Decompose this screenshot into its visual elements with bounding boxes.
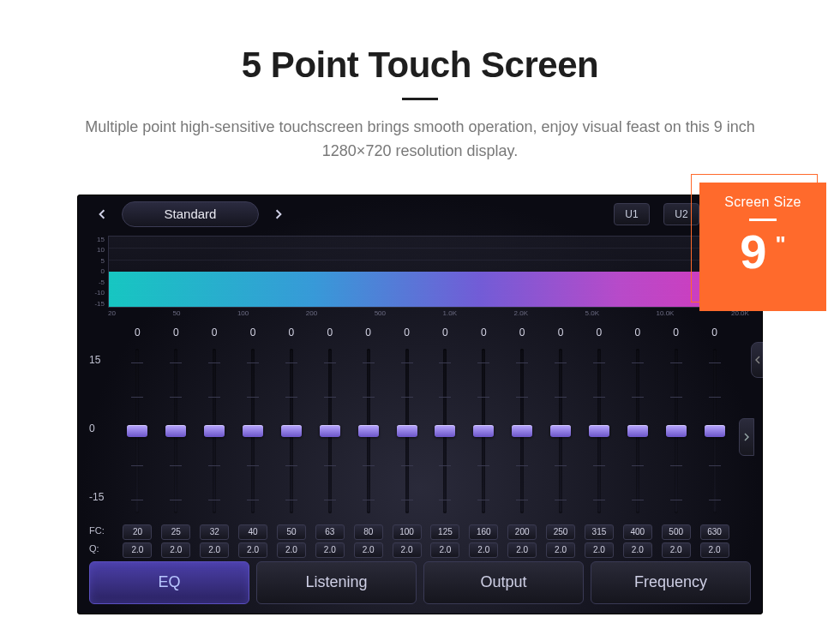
eq-band-fc[interactable]: 200 [507,524,537,540]
eq-band-q[interactable]: 2.0 [430,542,459,558]
eq-slider-track[interactable] [503,345,542,517]
preset-name[interactable]: Standard [122,201,259,227]
eq-band-q[interactable]: 2.0 [238,542,267,558]
eq-slider-track[interactable] [349,345,387,517]
eq-slider-track[interactable] [234,345,273,517]
eq-band-q[interactable]: 2.0 [623,542,652,558]
preset-next-button[interactable] [267,203,290,225]
eq-slider-track[interactable] [465,345,503,517]
eq-slider-thumb[interactable] [204,425,225,437]
eq-band-fc[interactable]: 80 [354,524,383,540]
eq-slider-thumb[interactable] [165,425,186,437]
eq-band-value: 0 [711,326,717,342]
eq-band-fc[interactable]: 32 [200,524,229,540]
eq-slider-track[interactable] [118,345,157,517]
eq-band-fc[interactable]: 100 [393,524,422,540]
eq-slider-track[interactable] [695,345,734,517]
tab-output[interactable]: Output [423,561,584,604]
eq-band-fc[interactable]: 630 [700,524,729,540]
eq-slider-track[interactable] [273,345,311,517]
eq-band-fc[interactable]: 25 [161,524,190,540]
eq-band-fc[interactable]: 500 [662,524,691,540]
eq-slider-track[interactable] [580,345,619,517]
eq-slider-thumb[interactable] [589,425,609,437]
spectrum-x-axis: 20501002005001.0K2.0K5.0K10.0K20.0K [108,309,749,320]
eq-band-q[interactable]: 2.0 [469,542,498,558]
eq-slider-track[interactable] [195,345,234,517]
eq-slider-thumb[interactable] [358,425,379,437]
eq-slider-thumb[interactable] [397,425,417,437]
eq-band-fc[interactable]: 40 [238,524,267,540]
user-preset-1-button[interactable]: U1 [614,203,650,225]
spectrum-plot [108,236,749,308]
eq-slider-thumb[interactable] [243,425,263,437]
spectrum-x-tick: 50 [172,309,180,320]
eq-band-q[interactable]: 2.0 [354,542,383,558]
eq-band-q[interactable]: 2.0 [123,542,152,558]
eq-band: 01602.0 [465,326,503,558]
eq-slider-track[interactable] [310,345,349,517]
eq-slider-thumb[interactable] [705,425,725,437]
spectrum-x-tick: 1.0K [443,309,457,320]
eq-band-q[interactable]: 2.0 [585,542,614,558]
equalizer-panel: 15 0 -15 FC: Q: 0202.00252.00322.00402.0… [86,326,754,558]
eq-band-fc[interactable]: 160 [469,524,498,540]
eq-slider-thumb[interactable] [512,425,532,437]
eq-scale-max: 15 [89,354,100,366]
eq-slider-thumb[interactable] [320,425,340,437]
eq-slider-thumb[interactable] [435,425,455,437]
eq-band: 0322.0 [195,326,234,558]
eq-band-q[interactable]: 2.0 [662,542,691,558]
eq-band-q[interactable]: 2.0 [161,542,190,558]
eq-band-fc[interactable]: 400 [623,524,652,540]
device-screen: Standard U1 U2 U3 151050-5-10-15 2050100… [77,195,763,614]
eq-band-value: 0 [327,326,333,342]
eq-slider-track[interactable] [157,345,195,517]
tab-eq[interactable]: EQ [89,561,249,604]
eq-slider-track[interactable] [657,345,695,517]
eq-band-fc[interactable]: 50 [277,524,306,540]
eq-band-q[interactable]: 2.0 [546,542,575,558]
title-divider [402,98,438,100]
eq-band: 02002.0 [503,326,542,558]
eq-band-fc[interactable]: 20 [123,524,152,540]
eq-band: 0632.0 [310,326,349,558]
eq-band-q[interactable]: 2.0 [507,542,537,558]
eq-band-q[interactable]: 2.0 [315,542,345,558]
eq-slider-track[interactable] [426,345,465,517]
page-subtitle: Multiple point high-sensitive touchscree… [51,116,789,164]
tab-listening[interactable]: Listening [256,561,417,604]
eq-band-fc[interactable]: 315 [585,524,614,540]
eq-band: 05002.0 [657,326,695,558]
eq-band-fc[interactable]: 250 [546,524,575,540]
eq-slider-track[interactable] [542,345,580,517]
spectrum-y-tick: 10 [87,246,105,254]
eq-band-value: 0 [673,326,679,342]
eq-band-value: 0 [519,326,525,342]
expand-handle[interactable] [739,418,754,456]
tab-frequency[interactable]: Frequency [591,561,751,604]
eq-slider-thumb[interactable] [550,425,571,437]
eq-slider-track[interactable] [618,345,657,517]
spectrum-y-tick: -10 [87,289,105,297]
badge-divider [749,219,777,221]
eq-band-q[interactable]: 2.0 [200,542,229,558]
eq-slider-thumb[interactable] [281,425,302,437]
spectrum-y-tick: -15 [87,300,105,308]
eq-band-value: 0 [442,326,448,342]
eq-slider-thumb[interactable] [127,425,147,437]
eq-band-value: 0 [481,326,487,342]
eq-band-q[interactable]: 2.0 [277,542,306,558]
eq-band: 0202.0 [118,326,157,558]
eq-band-fc[interactable]: 125 [430,524,459,540]
eq-band-q[interactable]: 2.0 [393,542,422,558]
eq-slider-thumb[interactable] [473,425,494,437]
preset-prev-button[interactable] [91,203,113,225]
eq-slider-track[interactable] [387,345,426,517]
eq-band-fc[interactable]: 63 [315,524,345,540]
eq-slider-thumb[interactable] [627,425,648,437]
eq-slider-thumb[interactable] [666,425,687,437]
eq-band-q[interactable]: 2.0 [700,542,729,558]
eq-band: 06302.0 [695,326,734,558]
eq-band-value: 0 [250,326,256,342]
